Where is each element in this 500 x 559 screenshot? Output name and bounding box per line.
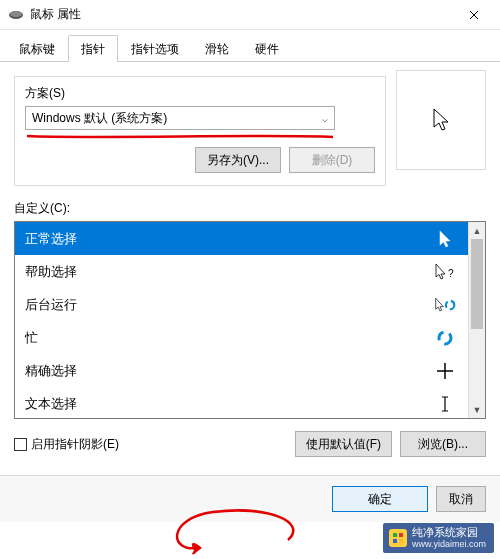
watermark-url: www.yidaimei.com — [412, 539, 486, 550]
tab-buttons[interactable]: 鼠标键 — [6, 35, 68, 62]
scroll-thumb[interactable] — [471, 239, 483, 329]
list-item[interactable]: 后台运行 — [15, 288, 468, 321]
mouse-icon — [8, 7, 24, 23]
svg-text:?: ? — [448, 268, 454, 279]
close-button[interactable] — [451, 0, 496, 30]
list-item-label: 文本选择 — [25, 395, 77, 413]
ibeam-cursor-icon — [434, 395, 456, 413]
save-as-button[interactable]: 另存为(V)... — [195, 147, 281, 173]
list-item-label: 精确选择 — [25, 362, 77, 380]
customize-label: 自定义(C): — [14, 200, 486, 217]
help-cursor-icon: ? — [434, 263, 456, 281]
window-title: 鼠标 属性 — [30, 6, 451, 23]
svg-rect-5 — [393, 533, 397, 537]
titlebar: 鼠标 属性 — [0, 0, 500, 30]
svg-rect-6 — [399, 533, 403, 537]
list-item-label: 后台运行 — [25, 296, 77, 314]
ok-button[interactable]: 确定 — [332, 486, 428, 512]
dialog-footer: 确定 取消 — [0, 475, 500, 522]
scroll-down-button[interactable]: ▼ — [469, 401, 485, 418]
checkbox-box-icon — [14, 438, 27, 451]
list-item[interactable]: 忙 — [15, 321, 468, 354]
chevron-down-icon: ⌵ — [322, 113, 328, 124]
svg-point-4 — [439, 332, 451, 344]
browse-button[interactable]: 浏览(B)... — [400, 431, 486, 457]
scheme-combo[interactable]: Windows 默认 (系统方案) ⌵ — [25, 106, 335, 130]
scheme-selected-value: Windows 默认 (系统方案) — [32, 110, 167, 127]
dialog-body: 方案(S) Windows 默认 (系统方案) ⌵ 另存为(V)... 删除(D… — [0, 62, 500, 457]
tab-wheel[interactable]: 滑轮 — [192, 35, 242, 62]
use-default-button[interactable]: 使用默认值(F) — [295, 431, 392, 457]
cross-cursor-icon — [434, 362, 456, 380]
busy-arrow-cursor-icon — [434, 296, 456, 314]
scheme-label: 方案(S) — [25, 85, 375, 102]
svg-point-1 — [10, 11, 22, 17]
tab-pointer-options[interactable]: 指针选项 — [118, 35, 192, 62]
tab-strip: 鼠标键 指针 指针选项 滑轮 硬件 — [0, 30, 500, 62]
busy-cursor-icon — [434, 329, 456, 347]
list-item-label: 正常选择 — [25, 230, 77, 248]
listbox-scrollbar[interactable]: ▲ ▼ — [468, 222, 485, 418]
pointer-shadow-label: 启用指针阴影(E) — [31, 436, 119, 453]
list-item[interactable]: 正常选择 — [15, 222, 468, 255]
scheme-group: 方案(S) Windows 默认 (系统方案) ⌵ 另存为(V)... 删除(D… — [14, 76, 386, 186]
list-item[interactable]: 精确选择 — [15, 354, 468, 387]
list-item[interactable]: 文本选择 — [15, 387, 468, 418]
watermark-logo-icon — [389, 529, 407, 547]
cursor-preview — [396, 70, 486, 170]
list-item-label: 忙 — [25, 329, 38, 347]
delete-button: 删除(D) — [289, 147, 375, 173]
list-item-label: 帮助选择 — [25, 263, 77, 281]
watermark: 纯净系统家园 www.yidaimei.com — [383, 523, 494, 553]
tab-pointers[interactable]: 指针 — [68, 35, 118, 62]
arrow-cursor-icon — [431, 107, 451, 133]
pointer-shadow-checkbox[interactable]: 启用指针阴影(E) — [14, 436, 119, 453]
svg-rect-7 — [393, 539, 397, 543]
scroll-track[interactable] — [469, 239, 485, 401]
cursor-listbox[interactable]: 正常选择 帮助选择 ? 后台运行 忙 — [14, 221, 486, 419]
list-item[interactable]: 帮助选择 ? — [15, 255, 468, 288]
annotation-red-underline — [25, 132, 335, 135]
svg-point-3 — [446, 300, 454, 308]
svg-rect-8 — [399, 539, 403, 543]
scroll-up-button[interactable]: ▲ — [469, 222, 485, 239]
watermark-brand: 纯净系统家园 — [412, 526, 486, 539]
arrow-cursor-icon — [434, 230, 456, 248]
cancel-button[interactable]: 取消 — [436, 486, 486, 512]
tab-hardware[interactable]: 硬件 — [242, 35, 292, 62]
